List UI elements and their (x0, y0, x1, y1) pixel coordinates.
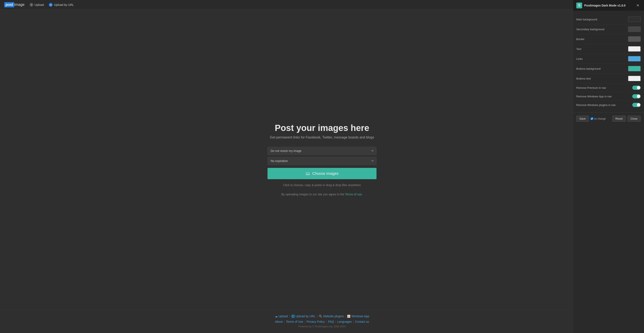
footer-main-links: ☁ Upload | 🌐 Upload by URL | 🔌 Website p… (4, 314, 640, 318)
footer-windows-link[interactable]: 🪟 Windows App (347, 314, 369, 318)
logo-text: image (14, 3, 24, 7)
toggle-remove-windows-app[interactable] (632, 94, 641, 98)
footer-sep-5: | (304, 320, 305, 323)
footer-upload-link[interactable]: ☁ Upload (275, 314, 288, 318)
toggle-remove-premium[interactable] (632, 86, 641, 90)
footer-globe-icon: 🌐 (291, 314, 295, 318)
footer-sep-4: | (284, 320, 285, 323)
panel-save-button[interactable]: Save (576, 116, 589, 122)
toggle-slider-windows-plugins (632, 103, 641, 107)
color-swatch-text[interactable] (628, 46, 641, 52)
panel-logo: S (576, 3, 582, 9)
nav-upload-label: Upload (34, 3, 44, 7)
footer-windows-label: Windows App (351, 314, 369, 318)
panel-label-text: Text (576, 48, 581, 51)
panel-reset-button[interactable]: Reset (612, 116, 626, 122)
color-swatch-buttons-bg[interactable] (628, 66, 641, 71)
page-subtitle: Get permanent links for Facebook, Twitte… (270, 136, 374, 139)
navbar: postimage ⇧ Upload ◎ Upload by URL (0, 0, 644, 10)
panel-label-links: Links (576, 57, 582, 61)
tos-link[interactable]: Terms of use (345, 193, 362, 196)
toggle-slider-windows-app (632, 94, 641, 98)
footer-plugins-icon: 🔌 (319, 314, 322, 318)
toggle-slider-premium (632, 86, 641, 90)
tos-after: . (362, 193, 363, 196)
color-swatch-main-bg[interactable] (628, 17, 641, 22)
logo-img: postimage (4, 2, 24, 7)
footer-sep-6: | (326, 320, 327, 323)
footer-plugins-label: Website plugins (323, 314, 344, 318)
folder-icon: 🗂 (306, 171, 310, 176)
footer: ☁ Upload | 🌐 Upload by URL | 🔌 Website p… (0, 309, 644, 333)
on-change-checkbox[interactable] (590, 117, 593, 120)
resize-dropdown[interactable]: Do not resize my image Resize to 800px R… (268, 147, 376, 155)
footer-sep-1: | (289, 314, 290, 318)
nav-upload-url-link[interactable]: ◎ Upload by URL (49, 3, 74, 7)
footer-windows-icon: 🪟 (347, 314, 350, 318)
color-swatch-border[interactable] (628, 36, 641, 42)
footer-plugins-link[interactable]: 🔌 Website plugins (319, 314, 344, 318)
footer-terms-link[interactable]: Terms of Use (286, 320, 303, 323)
panel-row-remove-windows-app: Remove Windows App in nav (576, 92, 641, 101)
panel-row-main-bg: Main background (576, 15, 641, 24)
footer-about-link[interactable]: About (275, 320, 283, 323)
page-title: Post your images here (275, 123, 370, 133)
footer-copyright: Powered by © Postimages.org, 2004-2024 (4, 325, 640, 328)
toggle-remove-windows-plugins[interactable] (632, 103, 641, 107)
panel-body: Main background Secondary background Bor… (573, 11, 644, 113)
footer-privacy-link[interactable]: Privacy Policy (306, 320, 325, 323)
choose-images-label: Choose images (312, 171, 338, 176)
form-area: Do not resize my image Resize to 800px R… (268, 147, 376, 187)
nav-upload-url-label: Upload by URL (54, 3, 74, 7)
footer-sep-2: | (317, 314, 318, 318)
panel-close-button[interactable]: Close (628, 116, 641, 122)
footer-sep-8: | (353, 320, 354, 323)
drop-hint: Click to choose, copy & paste or drag & … (268, 183, 376, 187)
panel-label-remove-windows-plugins: Remove Windows plugins in nav (576, 103, 616, 107)
globe-icon: ◎ (49, 3, 52, 7)
color-swatch-secondary-bg[interactable] (628, 27, 641, 32)
choose-images-button[interactable]: 🗂 Choose images (268, 168, 376, 179)
panel-row-links: Links (576, 54, 641, 64)
footer-faq-link[interactable]: FAQ (328, 320, 334, 323)
upload-icon: ⇧ (30, 3, 33, 7)
panel-title: Postimages Dark Mode v1.0.0 (584, 4, 626, 7)
panel-row-remove-windows-plugins: Remove Windows plugins in nav (576, 101, 641, 109)
panel-header-close-button[interactable]: ✕ (635, 3, 641, 8)
tos-text: By uploading images to our site you agre… (281, 193, 363, 196)
panel-label-buttons-text: Buttons text (576, 77, 591, 80)
footer-secondary-links: About | Terms of Use | Privacy Policy | … (4, 320, 640, 323)
footer-upload-label: Upload (278, 314, 288, 318)
footer-upload-url-link[interactable]: 🌐 Upload by URL (291, 314, 316, 318)
panel-footer: Save on change Reset Close (573, 113, 644, 125)
logo-box: post (4, 2, 14, 7)
panel-header: S Postimages Dark Mode v1.0.0 ✕ (573, 0, 644, 11)
panel-row-buttons-text: Buttons text (576, 74, 641, 84)
panel-row-border: Border (576, 34, 641, 44)
expiration-dropdown[interactable]: No expiration 1 day 1 week 1 month 6 mon… (268, 157, 376, 165)
footer-upload-icon: ☁ (275, 314, 278, 318)
panel-label-border: Border (576, 38, 584, 41)
panel-label-buttons-bg: Buttons background (576, 67, 600, 70)
panel-label-main-bg: Main background (576, 18, 597, 21)
panel-label-remove-windows-app: Remove Windows App in nav (576, 95, 612, 98)
tos-before: By uploading images to our site you agre… (281, 193, 345, 196)
logo-link[interactable]: postimage (4, 2, 24, 7)
color-swatch-links[interactable] (628, 56, 641, 62)
footer-upload-url-label: Upload by URL (296, 314, 316, 318)
footer-sep-7: | (335, 320, 336, 323)
main-content: Post your images here Get permanent link… (0, 10, 644, 309)
nav-upload-link[interactable]: ⇧ Upload (30, 3, 44, 7)
panel-row-secondary-bg: Secondary background (576, 24, 641, 34)
on-change-text: on change (594, 117, 606, 120)
panel-label-secondary-bg: Secondary background (576, 28, 604, 31)
panel-label-remove-premium: Remove Premium in nav (576, 86, 606, 89)
color-swatch-buttons-text[interactable] (628, 76, 641, 81)
on-change-label[interactable]: on change (590, 117, 606, 120)
dark-mode-panel: S Postimages Dark Mode v1.0.0 ✕ Main bac… (573, 0, 644, 333)
footer-sep-3: | (345, 314, 346, 318)
panel-row-text: Text (576, 44, 641, 54)
footer-contact-link[interactable]: Contact us (355, 320, 369, 323)
panel-row-buttons-bg: Buttons background (576, 64, 641, 74)
footer-languages-link[interactable]: Languages (337, 320, 352, 323)
